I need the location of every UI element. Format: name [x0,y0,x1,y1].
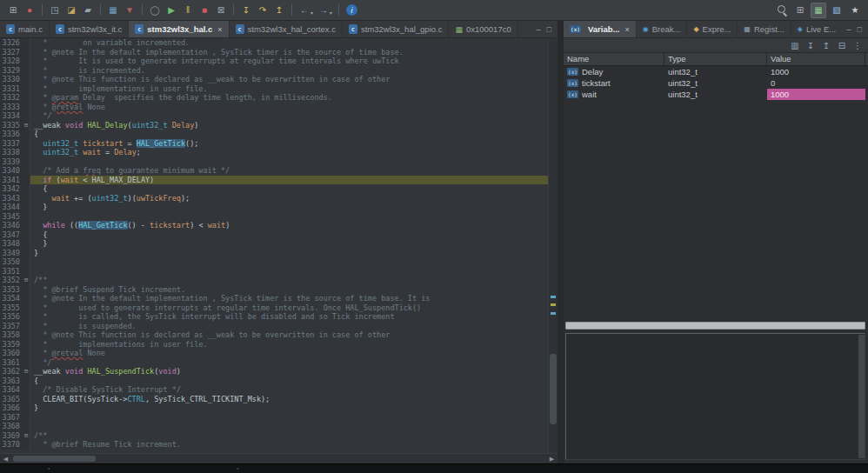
editor-horizontal-scrollbar[interactable]: ◀ ▶ [0,453,558,463]
maximize-view-icon[interactable]: □ [858,25,862,34]
code-line[interactable]: 3333 * @retval None [0,103,548,112]
line-number[interactable]: 3355 [0,303,23,313]
code-line[interactable]: 3359 * implementations in user file. [0,340,548,350]
line-number[interactable]: 3350 [0,257,23,267]
code-line[interactable]: 3326 * on variable incremented. [0,38,548,48]
code-line[interactable]: 3343 wait += (uint32_t)(uwTickFreq); [0,194,548,203]
code-line[interactable]: 3354 * @note In the default implementati… [0,294,548,303]
line-number[interactable]: 3353 [0,285,23,295]
line-number[interactable]: 3342 [0,184,23,194]
code-line[interactable]: 3368 [0,422,548,431]
line-number[interactable]: 3360 [0,349,23,358]
line-number[interactable]: 3359 [0,340,23,350]
code-line[interactable]: 3365 CLEAR_BIT(SysTick->CTRL, SysTick_CT… [0,395,548,404]
code-line[interactable]: 3332 * @param Delay specifies the delay … [0,93,548,103]
line-number[interactable]: 3349 [0,249,23,258]
code-line[interactable]: 3356 * is called, the SysTick interrupt … [0,312,548,322]
info-icon[interactable]: i [346,4,357,16]
code-line[interactable]: 3369⊟/** [0,431,548,441]
build-icon[interactable]: ◪ [63,3,79,18]
view-tab-registers[interactable]: ▦Regist... [738,21,791,37]
editor-tab-0x100017c0[interactable]: ▦0x100017c0 [449,21,517,37]
line-number[interactable]: 3328 [0,57,23,66]
variable-row-tickstart[interactable]: (x)tickstartuint32_t0 [564,77,868,89]
debug-line-marker[interactable] [551,303,556,306]
step-over-icon[interactable]: ↷ [255,3,270,18]
line-number[interactable]: 3340 [0,166,23,176]
fold-marker-icon[interactable]: ⊟ [23,121,30,130]
resume-icon[interactable]: ▶ [164,3,179,18]
line-number[interactable]: 3346 [0,221,23,230]
line-number[interactable]: 3366 [0,403,23,413]
disconnect-icon[interactable]: ⊠ [213,3,229,18]
line-number[interactable]: 3363 [0,376,23,386]
column-header-name[interactable]: Name [564,53,664,65]
line-number[interactable]: 3343 [0,194,23,203]
code-line[interactable]: 3342 { [0,184,548,194]
step-into-icon[interactable]: ↧ [238,3,254,18]
editor-views-splitter[interactable] [558,21,564,463]
scroll-left-icon[interactable]: ◀ [0,456,11,463]
code-line[interactable]: 3357 * is suspended. [0,322,548,331]
variable-row-Delay[interactable]: (x)Delayuint32_t1000 [564,66,868,77]
code-line[interactable]: 3338 uint32_t wait = Delay; [0,148,548,157]
code-line[interactable]: 3346 while ((HAL_GetTick() - tickstart) … [0,221,548,230]
editor-tab-stm32wl3x-hal-gpio-c[interactable]: cstm32wl3x_hal_gpio.c [343,21,449,37]
line-number[interactable]: 3327 [0,48,23,57]
code-line[interactable]: 3337 uint32_t tickstart = HAL_GetTick(); [0,139,548,149]
code-line[interactable]: 3327 * @note In the default implementati… [0,48,548,57]
terminate-icon[interactable]: ■ [197,3,212,18]
code-line[interactable]: 3347 { [0,230,548,240]
scroll-right-icon[interactable]: ▶ [546,456,558,463]
search-icon[interactable] [774,3,790,18]
line-number[interactable]: 3345 [0,212,23,222]
editor-tab-stm32wl3x-hal-c[interactable]: cstm32wl3x_hal.c× [129,21,229,37]
column-header-value[interactable]: Value [767,53,865,65]
c-cpp-perspective-icon[interactable]: ▧ [829,3,845,18]
minimize-editor-icon[interactable]: – [537,25,541,34]
code-line[interactable]: 3350 [0,257,548,267]
variable-detail-pane[interactable] [565,333,865,460]
line-number[interactable]: 3368 [0,422,23,431]
suspend-icon[interactable]: ‖ [180,3,196,18]
line-number[interactable]: 3336 [0,130,23,139]
export-icon[interactable]: ↥ [819,39,833,51]
line-number[interactable]: 3337 [0,139,23,149]
view-menu-icon[interactable]: ⋮ [851,39,865,51]
editor-vertical-scrollbar[interactable] [548,38,558,453]
line-number[interactable]: 3333 [0,103,23,112]
occurrence-marker[interactable] [551,312,556,315]
editor-tab-main-c[interactable]: cmain.c [0,21,50,37]
line-number[interactable]: 3354 [0,294,23,303]
code-line[interactable]: 3364 /* Disable SysTick Interrupt */ [0,385,548,395]
quick-access-icon[interactable]: ★ [847,3,863,18]
line-number[interactable]: 3347 [0,230,23,240]
skip-all-breakpoints-icon[interactable]: ◯ [147,3,163,18]
code-editor[interactable]: 3326 * on variable incremented.3327 * @n… [0,38,548,453]
horizontal-scroll-track[interactable] [11,454,546,463]
code-line[interactable]: 3370 * @brief Resume Tick increment. [0,440,548,450]
code-line[interactable]: 3361 */ [0,358,548,368]
maximize-editor-icon[interactable]: □ [547,25,551,34]
code-line[interactable]: 3341 if (wait < HAL_MAX_DELAY) [0,176,548,185]
code-line[interactable]: 3349} [0,249,548,258]
code-line[interactable]: 3331 * implementations in user file. [0,84,548,94]
line-number[interactable]: 3352 [0,276,23,285]
line-number[interactable]: 3331 [0,84,23,94]
code-line[interactable]: 3339 [0,157,548,167]
code-line[interactable]: 3355 * used to generate interrupts at re… [0,303,548,313]
code-area[interactable]: 3326 * on variable incremented.3327 * @n… [0,38,548,450]
code-line[interactable]: 3352⊟/** [0,276,548,285]
view-tab-expressions[interactable]: ◆Expre... [687,21,738,37]
code-line[interactable]: 3358 * @note This function is declared a… [0,330,548,340]
variables-detail-sash[interactable] [565,322,865,330]
close-tab-icon[interactable]: × [217,25,222,34]
line-number[interactable]: 3364 [0,385,23,395]
line-number[interactable]: 3369 [0,431,23,441]
code-line[interactable]: 3340 /* Add a freq to guarantee minimum … [0,166,548,176]
code-line[interactable]: 3367 [0,413,548,423]
show-columns-icon[interactable]: ▥ [788,39,802,51]
editor-tab-stm32wl3x-it-c[interactable]: cstm32wl3x_it.c [50,21,129,37]
code-line[interactable]: 3353 * @brief Suspend Tick increment. [0,285,548,295]
close-tab-icon[interactable]: × [624,25,629,34]
